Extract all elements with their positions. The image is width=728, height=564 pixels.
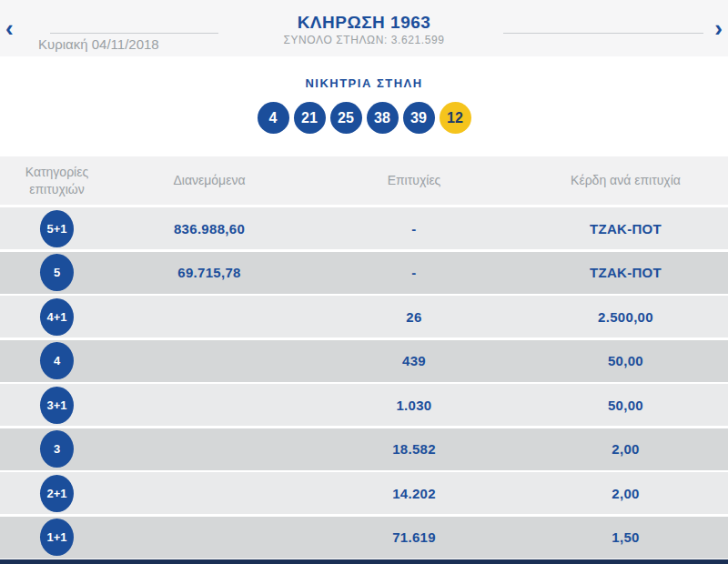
category-badge: 4+1 [40,298,74,336]
winners-cell: 439 [305,353,523,368]
prize-cell: 50,00 [523,398,728,413]
prize-cell: ΤΖΑΚ-ΠΟΤ [523,221,728,237]
draw-results-page: ‹ Κυριακή 04/11/2018 ΚΛΗΡΩΣΗ 1963 ΣΥΝΟΛΟ… [0,0,728,564]
winning-numbers: 4 21 25 38 39 12 [0,102,728,134]
number-ball: 25 [330,102,362,134]
winners-cell: - [305,221,523,237]
amount-cell: 836.988,60 [114,221,305,237]
prize-cell: ΤΖΑΚ-ΠΟΤ [523,265,728,280]
number-ball: 38 [367,102,399,134]
total-columns-subtitle: ΣΥΝΟΛΟ ΣΤΗΛΩΝ: 3.621.599 [0,34,728,46]
category-badge: 4 [40,342,74,379]
category-badge: 5+1 [40,210,74,247]
category-badge: 1+1 [40,519,74,556]
prize-cell: 1,50 [523,529,728,545]
column-header-prize: Κέρδη ανά επιτυχία [523,172,728,189]
table-row: 2+1 14.202 2,00 [0,472,728,514]
number-ball: 4 [258,102,289,134]
right-divider-line [503,33,703,34]
category-badge: 3+1 [40,387,74,424]
category-badge: 5 [40,254,74,291]
category-badge: 2+1 [40,475,74,512]
table-row: 3 18.582 2,00 [0,428,728,470]
column-header-categories: Κατηγορίες επιτυχιών [0,164,114,198]
table-row: 4+1 26 2.500,00 [0,296,728,337]
winning-column-title: ΝΙΚΗΤΡΙΑ ΣΤΗΛΗ [0,76,728,90]
winners-cell: 71.619 [305,529,523,545]
prize-table-header: Κατηγορίες επιτυχιών Διανεμόμενα Επιτυχί… [0,156,728,205]
winners-cell: 26 [305,309,523,325]
bonus-number-ball: 12 [440,102,471,134]
draw-title: ΚΛΗΡΩΣΗ 1963 [0,13,728,33]
prize-table: Κατηγορίες επιτυχιών Διανεμόμενα Επιτυχί… [0,156,728,560]
column-header-amount: Διανεμόμενα [114,172,305,189]
winners-cell: 1.030 [305,398,523,413]
number-ball: 39 [403,102,435,134]
amount-cell: 69.715,78 [114,265,305,280]
table-row: 3+1 1.030 50,00 [0,384,728,426]
table-row: 4 439 50,00 [0,340,728,382]
number-ball: 21 [294,102,326,134]
winners-cell: - [305,265,523,280]
column-header-categories-line1: Κατηγορίες [0,164,114,181]
winners-cell: 14.202 [305,486,523,501]
category-badge: 3 [40,430,74,468]
prize-cell: 50,00 [523,353,728,368]
winners-cell: 18.582 [305,441,523,457]
table-row: 1+1 71.619 1,50 [0,517,728,559]
footer-bar [0,559,728,564]
column-header-categories-line2: επιτυχιών [0,181,114,198]
table-row: 5+1 836.988,60 - ΤΖΑΚ-ΠΟΤ [0,207,728,249]
next-draw-chevron-icon[interactable]: › [714,16,723,40]
prize-cell: 2.500,00 [523,309,728,325]
prize-cell: 2,00 [523,486,728,501]
prize-cell: 2,00 [523,441,728,457]
draw-header: ‹ Κυριακή 04/11/2018 ΚΛΗΡΩΣΗ 1963 ΣΥΝΟΛΟ… [0,0,728,56]
column-header-winners: Επιτυχίες [305,172,523,189]
table-row: 5 69.715,78 - ΤΖΑΚ-ΠΟΤ [0,252,728,294]
